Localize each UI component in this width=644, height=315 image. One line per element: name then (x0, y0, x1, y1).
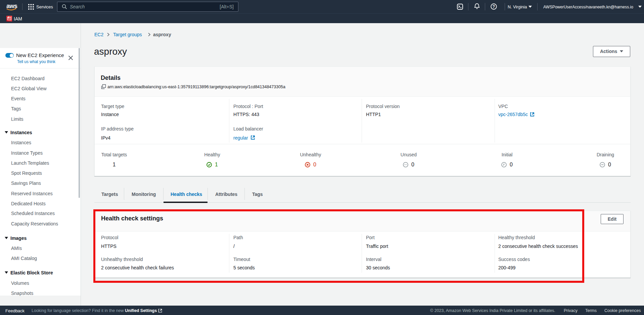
svg-text:?: ? (493, 4, 495, 9)
